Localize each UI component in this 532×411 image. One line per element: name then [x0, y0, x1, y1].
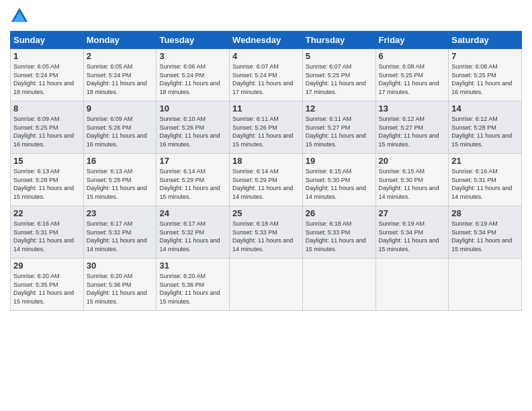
logo [10, 7, 32, 26]
day-cell [449, 259, 522, 311]
day-cell: 10Sunrise: 6:10 AMSunset: 5:26 PMDayligh… [157, 101, 230, 154]
day-number: 17 [159, 156, 226, 166]
day-cell: 26Sunrise: 6:18 AMSunset: 5:33 PMDayligh… [302, 206, 375, 259]
day-cell: 9Sunrise: 6:09 AMSunset: 5:26 PMDaylight… [83, 101, 157, 154]
day-cell: 4Sunrise: 6:07 AMSunset: 5:24 PMDaylight… [230, 49, 303, 101]
day-info: Sunrise: 6:15 AMSunset: 5:30 PMDaylight:… [306, 167, 373, 201]
day-info: Sunrise: 6:06 AMSunset: 5:24 PMDaylight:… [159, 62, 226, 96]
day-cell: 30Sunrise: 6:20 AMSunset: 5:36 PMDayligh… [83, 259, 157, 311]
day-cell: 14Sunrise: 6:12 AMSunset: 5:28 PMDayligh… [449, 101, 522, 154]
day-info: Sunrise: 6:17 AMSunset: 5:32 PMDaylight:… [87, 220, 154, 253]
day-cell [230, 259, 303, 311]
day-info: Sunrise: 6:15 AMSunset: 5:30 PMDaylight:… [379, 167, 446, 201]
day-cell: 25Sunrise: 6:18 AMSunset: 5:33 PMDayligh… [230, 206, 303, 259]
day-info: Sunrise: 6:11 AMSunset: 5:26 PMDaylight:… [232, 115, 300, 148]
week-row-1: 1Sunrise: 6:05 AMSunset: 5:24 PMDaylight… [11, 49, 522, 101]
day-info: Sunrise: 6:08 AMSunset: 5:25 PMDaylight:… [451, 62, 519, 96]
day-cell: 7Sunrise: 6:08 AMSunset: 5:25 PMDaylight… [449, 49, 522, 101]
header [10, 7, 522, 26]
calendar-table: SundayMondayTuesdayWednesdayThursdayFrid… [10, 31, 522, 311]
day-number: 13 [379, 103, 446, 113]
day-number: 11 [232, 103, 300, 113]
day-cell: 22Sunrise: 6:16 AMSunset: 5:31 PMDayligh… [11, 206, 84, 259]
day-number: 7 [451, 51, 519, 61]
day-number: 12 [306, 103, 373, 113]
day-cell: 13Sunrise: 6:12 AMSunset: 5:27 PMDayligh… [375, 101, 449, 154]
day-cell: 17Sunrise: 6:14 AMSunset: 5:29 PMDayligh… [157, 154, 230, 206]
day-number: 24 [159, 208, 226, 218]
day-info: Sunrise: 6:10 AMSunset: 5:26 PMDaylight:… [159, 115, 226, 148]
day-info: Sunrise: 6:16 AMSunset: 5:31 PMDaylight:… [451, 167, 519, 201]
day-cell: 24Sunrise: 6:17 AMSunset: 5:32 PMDayligh… [157, 206, 230, 259]
day-cell: 15Sunrise: 6:13 AMSunset: 5:28 PMDayligh… [11, 154, 84, 206]
day-info: Sunrise: 6:17 AMSunset: 5:32 PMDaylight:… [159, 220, 226, 253]
day-number: 16 [87, 156, 154, 166]
day-number: 8 [13, 103, 81, 113]
day-info: Sunrise: 6:07 AMSunset: 5:25 PMDaylight:… [306, 62, 373, 96]
week-row-2: 8Sunrise: 6:09 AMSunset: 5:25 PMDaylight… [11, 101, 522, 154]
day-number: 30 [87, 261, 154, 271]
day-info: Sunrise: 6:20 AMSunset: 5:36 PMDaylight:… [159, 272, 226, 306]
day-number: 27 [379, 208, 446, 218]
day-info: Sunrise: 6:13 AMSunset: 5:28 PMDaylight:… [13, 167, 81, 201]
day-info: Sunrise: 6:18 AMSunset: 5:33 PMDaylight:… [232, 220, 300, 253]
day-cell: 20Sunrise: 6:15 AMSunset: 5:30 PMDayligh… [375, 154, 449, 206]
day-number: 21 [451, 156, 519, 166]
day-number: 2 [87, 51, 154, 61]
day-info: Sunrise: 6:09 AMSunset: 5:26 PMDaylight:… [87, 115, 154, 148]
day-number: 4 [232, 51, 300, 61]
day-info: Sunrise: 6:18 AMSunset: 5:33 PMDaylight:… [306, 220, 373, 253]
day-info: Sunrise: 6:19 AMSunset: 5:34 PMDaylight:… [451, 220, 519, 253]
day-info: Sunrise: 6:16 AMSunset: 5:31 PMDaylight:… [13, 220, 81, 253]
col-header-wednesday: Wednesday [230, 32, 303, 49]
day-number: 25 [232, 208, 300, 218]
day-cell: 3Sunrise: 6:06 AMSunset: 5:24 PMDaylight… [157, 49, 230, 101]
day-info: Sunrise: 6:12 AMSunset: 5:28 PMDaylight:… [451, 115, 519, 148]
day-number: 28 [451, 208, 519, 218]
day-cell: 18Sunrise: 6:14 AMSunset: 5:29 PMDayligh… [230, 154, 303, 206]
day-cell [375, 259, 449, 311]
day-cell: 21Sunrise: 6:16 AMSunset: 5:31 PMDayligh… [449, 154, 522, 206]
week-row-3: 15Sunrise: 6:13 AMSunset: 5:28 PMDayligh… [11, 154, 522, 206]
calendar-header-row: SundayMondayTuesdayWednesdayThursdayFrid… [11, 32, 522, 49]
day-number: 3 [159, 51, 226, 61]
col-header-tuesday: Tuesday [157, 32, 230, 49]
day-number: 23 [87, 208, 154, 218]
day-number: 18 [232, 156, 300, 166]
day-cell: 1Sunrise: 6:05 AMSunset: 5:24 PMDaylight… [11, 49, 84, 101]
day-cell: 12Sunrise: 6:11 AMSunset: 5:27 PMDayligh… [302, 101, 375, 154]
day-cell: 2Sunrise: 6:05 AMSunset: 5:24 PMDaylight… [83, 49, 157, 101]
day-cell: 31Sunrise: 6:20 AMSunset: 5:36 PMDayligh… [157, 259, 230, 311]
week-row-4: 22Sunrise: 6:16 AMSunset: 5:31 PMDayligh… [11, 206, 522, 259]
day-number: 5 [306, 51, 373, 61]
day-cell: 19Sunrise: 6:15 AMSunset: 5:30 PMDayligh… [302, 154, 375, 206]
day-info: Sunrise: 6:05 AMSunset: 5:24 PMDaylight:… [13, 62, 81, 96]
day-number: 22 [13, 208, 81, 218]
day-number: 31 [159, 261, 226, 271]
day-number: 10 [159, 103, 226, 113]
day-number: 15 [13, 156, 81, 166]
day-info: Sunrise: 6:20 AMSunset: 5:36 PMDaylight:… [87, 272, 154, 306]
day-cell: 27Sunrise: 6:19 AMSunset: 5:34 PMDayligh… [375, 206, 449, 259]
day-number: 6 [379, 51, 446, 61]
day-number: 26 [306, 208, 373, 218]
day-info: Sunrise: 6:12 AMSunset: 5:27 PMDaylight:… [379, 115, 446, 148]
day-cell: 29Sunrise: 6:20 AMSunset: 5:35 PMDayligh… [11, 259, 84, 311]
day-number: 9 [87, 103, 154, 113]
col-header-friday: Friday [375, 32, 449, 49]
col-header-thursday: Thursday [302, 32, 375, 49]
day-info: Sunrise: 6:08 AMSunset: 5:25 PMDaylight:… [379, 62, 446, 96]
day-cell: 11Sunrise: 6:11 AMSunset: 5:26 PMDayligh… [230, 101, 303, 154]
day-info: Sunrise: 6:09 AMSunset: 5:25 PMDaylight:… [13, 115, 81, 148]
day-info: Sunrise: 6:05 AMSunset: 5:24 PMDaylight:… [87, 62, 154, 96]
col-header-sunday: Sunday [11, 32, 84, 49]
day-info: Sunrise: 6:14 AMSunset: 5:29 PMDaylight:… [232, 167, 300, 201]
week-row-5: 29Sunrise: 6:20 AMSunset: 5:35 PMDayligh… [11, 259, 522, 311]
day-cell: 5Sunrise: 6:07 AMSunset: 5:25 PMDaylight… [302, 49, 375, 101]
day-info: Sunrise: 6:20 AMSunset: 5:35 PMDaylight:… [13, 272, 81, 306]
day-info: Sunrise: 6:14 AMSunset: 5:29 PMDaylight:… [159, 167, 226, 201]
day-number: 14 [451, 103, 519, 113]
day-number: 20 [379, 156, 446, 166]
day-number: 19 [306, 156, 373, 166]
day-cell: 8Sunrise: 6:09 AMSunset: 5:25 PMDaylight… [11, 101, 84, 154]
